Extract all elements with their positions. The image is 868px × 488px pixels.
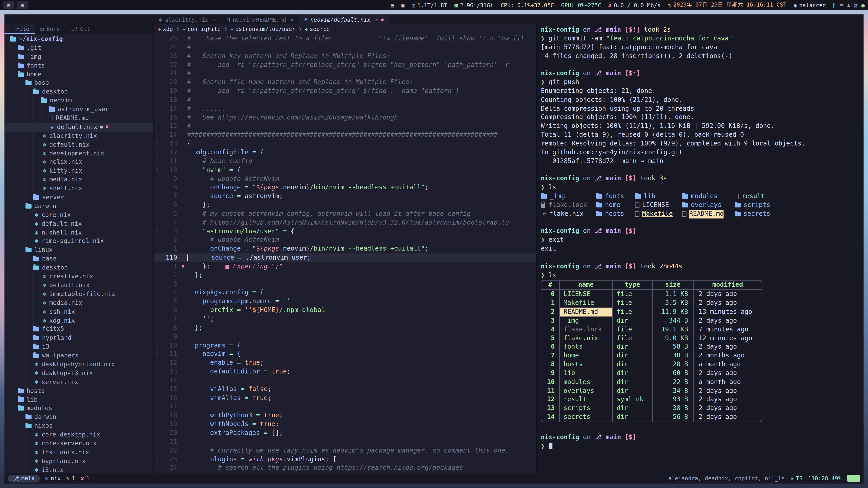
tree-item[interactable]: ❄immutable-file.nix [4, 290, 153, 299]
code-line[interactable]: 23# Search key pattern and Replace in Mu… [154, 52, 536, 61]
table-row[interactable]: 0LICENSEfile1.1 KB2 days ago [541, 290, 762, 299]
code-line[interactable]: 12 enable = true; [154, 359, 536, 367]
tab-close-icon[interactable]: × [213, 16, 216, 22]
ls-item[interactable]: README.md [682, 209, 735, 218]
tree-item[interactable]: ❄desktop-hyprland.nix [4, 360, 153, 369]
code-line[interactable]: 3 [154, 280, 536, 289]
tree-item[interactable]: desktop [4, 88, 153, 96]
table-row[interactable]: 5flake.nixfile9.0 KB12 minutes ago [541, 334, 762, 343]
code-line[interactable]: 15 viAlias = false; [154, 385, 536, 394]
table-row[interactable]: 3_imgdir344 B2 days ago [541, 316, 762, 325]
ls-item[interactable]: _img [541, 192, 596, 201]
tree-item[interactable]: _img [4, 53, 153, 61]
code-line[interactable]: 110 source = ./astronvim_user; [154, 254, 536, 262]
code-line[interactable]: 17 [154, 402, 536, 411]
table-row[interactable]: 7homedir30 B2 months ago [541, 352, 762, 360]
ls-item[interactable]: secrets [735, 209, 796, 218]
code-line[interactable]: 8 onChange = "${pkgs.neovim}/bin/nvim --… [154, 183, 536, 192]
code-line[interactable]: 21 [154, 437, 536, 447]
code-line[interactable]: ▾10 "nvim" = { [154, 166, 536, 175]
tree-item[interactable]: nixos [4, 422, 153, 431]
tree-item[interactable]: ❄media.nix [4, 175, 153, 184]
code-line[interactable]: 14 [154, 376, 536, 385]
tree-item[interactable]: darwin [4, 202, 153, 211]
tree-item[interactable]: fcitx5 [4, 325, 153, 334]
ls-item[interactable]: Makefile [635, 209, 682, 218]
workspace-button[interactable]: ▦ [17, 1, 28, 9]
ls-item[interactable]: scripts [735, 201, 796, 210]
sidebar-tab-git[interactable]: ⎇Git [66, 24, 96, 34]
tree-item[interactable]: neovim [4, 96, 153, 105]
code-line[interactable]: 9 [154, 332, 536, 341]
table-row[interactable]: 13scriptsdir38 B2 days ago [541, 404, 762, 413]
code-line[interactable]: 7 ''; [154, 315, 536, 324]
tree-item[interactable]: ❄default.nix [4, 281, 153, 290]
ls-item[interactable]: fonts [596, 192, 635, 201]
tree-item[interactable]: ❄server.nix [4, 378, 153, 387]
code-line[interactable]: ▾10 programs = { [154, 341, 536, 350]
color-picker-icon[interactable]: ❋ [847, 2, 850, 8]
tree-item[interactable]: ❄xdg.nix [4, 316, 153, 325]
tree-item[interactable]: hyprland [4, 334, 153, 343]
tree-item[interactable]: base [4, 79, 153, 88]
tree-item[interactable]: ~/nix-config [4, 35, 153, 43]
fold-icon[interactable]: ▾ [154, 289, 160, 297]
tree-item[interactable]: modules [4, 404, 153, 413]
code-line[interactable]: 20# Search file name pattern and Replace… [154, 78, 536, 87]
ls-item[interactable]: result [735, 192, 796, 201]
fold-icon[interactable]: ▾ [154, 227, 160, 236]
code-line[interactable]: 25# Save the selected text to a file: ':… [154, 34, 536, 43]
tree-item[interactable]: ❄i3.nix [4, 466, 153, 473]
tree-item[interactable]: .git [4, 43, 153, 53]
code-line[interactable]: 9 # update AstroNvim [154, 175, 536, 184]
fold-icon[interactable]: ▾ [154, 297, 160, 306]
breadcrumb-item[interactable]: ◆source [305, 26, 330, 32]
fold-icon[interactable]: ▾ [154, 139, 160, 148]
code-line[interactable]: 5 # my cusotm astronvim config, astronvi… [154, 210, 536, 219]
sidebar-tab-bufs[interactable]: ▤Bufs [35, 24, 66, 34]
workspace-button[interactable]: ▣ [3, 1, 14, 9]
tree-item[interactable]: linux [4, 246, 153, 255]
tree-item[interactable]: base [4, 255, 153, 263]
code-line[interactable]: ▾5 programs.npm.npmrc = '' [154, 297, 536, 306]
tree-item[interactable]: lib [4, 395, 153, 404]
code-line[interactable]: 20 extraPackages = []; [154, 429, 536, 437]
tree-item[interactable]: ❄rime-squirrel.nix [4, 237, 153, 246]
tree-item[interactable]: ❄desktop-i3.nix [4, 369, 153, 378]
code-line[interactable]: ▾4 nixpkgs.config = { [154, 289, 536, 297]
tree-item[interactable]: README.md [4, 114, 153, 123]
sidebar-tab-file[interactable]: ❐File [4, 24, 35, 34]
code-line[interactable]: 15# [154, 122, 536, 131]
code-line[interactable]: 24# [154, 43, 536, 52]
code-line[interactable]: 8 }; [154, 324, 536, 332]
code-line[interactable]: 1 onChange = "${pkgs.neovim}/bin/nvim --… [154, 245, 536, 254]
tree-item[interactable]: ❄helix.nix [4, 158, 153, 167]
tree-item[interactable]: home [4, 70, 153, 79]
code-line[interactable]: 21# [154, 69, 536, 78]
fold-icon[interactable]: ▾ [154, 166, 160, 175]
code-line[interactable]: 2 }; [154, 271, 536, 280]
tree-item[interactable]: ❄default.nix [4, 220, 153, 228]
table-row[interactable]: 2README.mdfile11.9 KB13 minutes ago [541, 308, 762, 317]
code-line[interactable]: 16 vimAlias = true; [154, 394, 536, 402]
code-line[interactable]: 1✘ }; ■ Expecting ";" [154, 262, 536, 271]
tree-item[interactable]: ❄alacritty.nix [4, 131, 153, 140]
tree-item[interactable]: ❄core-desktop.nix [4, 430, 153, 439]
tree-item[interactable]: ❄fhs-fonts.nix [4, 448, 153, 457]
code-line[interactable]: 14######################################… [154, 131, 536, 140]
code-line[interactable]: 19# sed -ri "s/pattern_str/replace_str/g… [154, 87, 536, 96]
code-line[interactable]: 6 }; [154, 201, 536, 210]
editor-tab[interactable]: Mneovim/README.md× [221, 14, 299, 24]
fold-icon[interactable]: ▾ [154, 148, 160, 157]
termin al-pane[interactable]: nix-config on ⎇ main [$!] took 2s❯ git c… [537, 24, 864, 473]
code-line[interactable]: ▾11 neovim = { [154, 350, 536, 359]
ls-item[interactable]: flake.lock [541, 201, 596, 210]
tree-item[interactable]: desktop [4, 263, 153, 272]
tree-item[interactable]: ❄hyprland.nix [4, 457, 153, 466]
table-row[interactable]: 14secretsdir56 B2 days ago [541, 413, 762, 422]
code-line[interactable]: 11 # base config [154, 157, 536, 166]
table-row[interactable]: 10modulesdir22 Ba month ago [541, 378, 762, 387]
tree-item[interactable]: ❄shell.nix [4, 184, 153, 193]
table-row[interactable]: 9libdir60 B2 days ago [541, 369, 762, 378]
fold-icon[interactable]: ▾ [154, 350, 160, 359]
